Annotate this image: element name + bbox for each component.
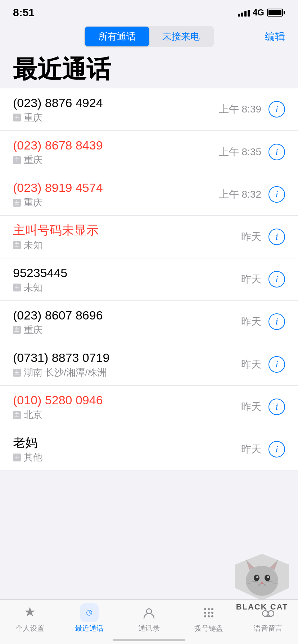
favorites-tab-label: 个人设置 xyxy=(15,624,44,633)
info-icon: i xyxy=(275,401,278,412)
svg-point-6 xyxy=(208,612,210,614)
call-number: 主叫号码未显示 xyxy=(13,222,241,238)
status-bar: 8:51 4G xyxy=(0,0,298,22)
home-indicator xyxy=(113,639,185,641)
info-icon: i xyxy=(275,231,278,242)
edit-button[interactable]: 编辑 xyxy=(265,30,285,43)
location-type-icon: 主 xyxy=(13,369,21,377)
call-list-item: (023) 8919 4574主重庆上午 8:32i xyxy=(0,173,298,216)
location-type-icon: 主 xyxy=(13,241,21,249)
call-location-text: 重庆 xyxy=(24,154,42,166)
contacts-tab-label: 通讯录 xyxy=(138,624,160,633)
call-number: (0731) 8873 0719 xyxy=(13,350,241,365)
call-number: (023) 8919 4574 xyxy=(13,180,219,196)
location-type-icon: 主 xyxy=(13,284,21,291)
svg-point-8 xyxy=(204,615,206,617)
call-location-text: 重庆 xyxy=(24,324,42,336)
call-info-button[interactable]: i xyxy=(268,101,285,118)
info-icon: i xyxy=(275,274,278,285)
tab-contacts[interactable]: 通讯录 xyxy=(119,603,179,633)
recents-tab-icon xyxy=(80,603,99,622)
call-number: (023) 8607 8696 xyxy=(13,307,241,323)
svg-point-3 xyxy=(208,608,210,610)
call-info-button[interactable]: i xyxy=(268,399,285,415)
call-time: 昨天 xyxy=(241,442,261,456)
location-type-icon: 主 xyxy=(13,199,21,207)
svg-point-14 xyxy=(246,566,278,596)
call-list-item: (0731) 8873 0719主湖南 长沙/湘潭/株洲昨天i xyxy=(0,343,298,386)
call-number: (010) 5280 0946 xyxy=(13,392,241,408)
call-time: 昨天 xyxy=(241,230,261,244)
call-location-text: 重庆 xyxy=(24,196,42,209)
call-location-text: 重庆 xyxy=(24,111,42,124)
page-title-section: 最近通话 xyxy=(0,53,298,88)
svg-point-7 xyxy=(211,612,213,614)
call-location-text: 湖南 长沙/湘潭/株洲 xyxy=(24,366,107,379)
call-number: 老妈 xyxy=(13,434,241,450)
keypad-tab-label: 拨号键盘 xyxy=(194,624,223,633)
call-info-button[interactable]: i xyxy=(268,271,285,288)
call-list-item: (023) 8876 4924主重庆上午 8:39i xyxy=(0,88,298,131)
segmented-control: 所有通话 未接来电 xyxy=(84,26,214,47)
call-list-item: 95235445主未知昨天i xyxy=(0,258,298,301)
tab-recents[interactable]: 最近通话 xyxy=(60,603,119,633)
all-calls-tab[interactable]: 所有通话 xyxy=(85,27,149,46)
call-list-item: (023) 8607 8696主重庆昨天i xyxy=(0,301,298,343)
watermark: BLACK CAT xyxy=(226,551,298,612)
info-icon: i xyxy=(275,189,278,200)
network-type: 4G xyxy=(253,8,264,18)
info-icon: i xyxy=(275,359,278,370)
call-time: 上午 8:39 xyxy=(219,102,261,116)
contacts-tab-icon xyxy=(140,603,158,622)
call-info-button[interactable]: i xyxy=(268,144,285,160)
call-time: 昨天 xyxy=(241,272,261,286)
signal-icon xyxy=(238,9,250,17)
call-time: 上午 8:35 xyxy=(219,145,261,159)
voicemail-tab-label: 语音留言 xyxy=(254,624,283,633)
svg-point-22 xyxy=(267,576,269,578)
call-list-item: (023) 8678 8439主重庆上午 8:35i xyxy=(0,131,298,173)
call-info-button[interactable]: i xyxy=(268,313,285,330)
cat-logo-icon xyxy=(233,552,291,602)
call-number: (023) 8876 4924 xyxy=(13,95,219,111)
call-info-button[interactable]: i xyxy=(268,356,285,373)
call-number: 95235445 xyxy=(13,265,241,281)
call-location-text: 其他 xyxy=(24,451,42,464)
call-list-item: (010) 5280 0946主北京昨天i xyxy=(0,386,298,428)
svg-point-5 xyxy=(204,612,206,614)
call-location-text: 北京 xyxy=(24,409,42,421)
call-location-text: 未知 xyxy=(24,281,42,294)
svg-point-4 xyxy=(211,608,213,610)
svg-point-9 xyxy=(208,615,210,617)
location-type-icon: 主 xyxy=(13,411,21,419)
call-number: (023) 8678 8439 xyxy=(13,137,219,153)
call-info-button[interactable]: i xyxy=(268,229,285,245)
recents-tab-label: 最近通话 xyxy=(75,624,104,633)
call-time: 上午 8:32 xyxy=(219,188,261,201)
call-list-item: 主叫号码未显示主未知昨天i xyxy=(0,216,298,258)
info-icon: i xyxy=(275,316,278,327)
watermark-text: BLACK CAT xyxy=(236,602,288,612)
call-info-button[interactable]: i xyxy=(268,186,285,203)
favorites-tab-icon xyxy=(21,603,39,622)
battery-icon xyxy=(267,9,285,17)
call-info-button[interactable]: i xyxy=(268,441,285,457)
location-type-icon: 主 xyxy=(13,326,21,334)
call-list-item: 老妈主其他昨天i xyxy=(0,428,298,470)
info-icon: i xyxy=(275,147,278,157)
location-type-icon: 主 xyxy=(13,156,21,164)
page-title: 最近通话 xyxy=(13,56,285,83)
call-time: 昨天 xyxy=(241,400,261,414)
missed-calls-tab[interactable]: 未接来电 xyxy=(149,27,213,46)
call-location-text: 未知 xyxy=(24,239,42,252)
svg-point-2 xyxy=(204,608,206,610)
keypad-tab-icon xyxy=(199,603,218,622)
location-type-icon: 主 xyxy=(13,114,21,121)
status-time: 8:51 xyxy=(13,6,35,19)
status-icons: 4G xyxy=(238,8,285,18)
segmented-bar: 所有通话 未接来电 编辑 xyxy=(0,22,298,53)
tab-favorites[interactable]: 个人设置 xyxy=(0,603,60,633)
info-icon: i xyxy=(275,444,278,455)
call-time: 昨天 xyxy=(241,358,261,371)
svg-point-21 xyxy=(256,576,258,578)
